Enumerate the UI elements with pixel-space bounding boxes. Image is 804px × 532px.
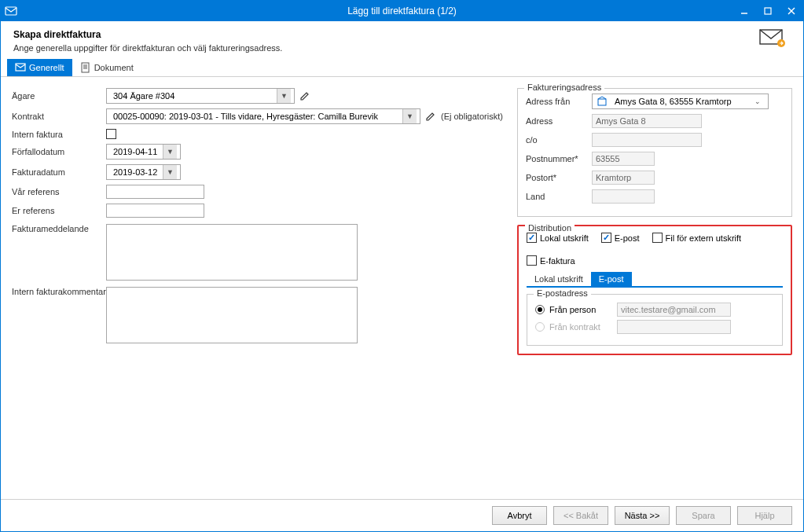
distribution-subtabs: Lokal utskrift E-post <box>527 272 783 288</box>
contract-edit-button[interactable] <box>424 109 438 123</box>
file-external-checkbox[interactable]: Fil för extern utskrift <box>652 233 742 243</box>
your-ref-input[interactable] <box>106 204 204 218</box>
local-print-checkbox[interactable]: Lokal utskrift <box>527 233 589 243</box>
subtab-epost[interactable]: E-post <box>591 272 632 286</box>
tab-generellt-label: Generellt <box>29 63 64 72</box>
owner-edit-button[interactable] <box>298 89 312 103</box>
efaktura-checkbox[interactable]: E-faktura <box>527 255 575 266</box>
chevron-down-icon: ⌄ <box>751 94 765 108</box>
adress-label: Adress <box>526 116 592 126</box>
internal-invoice-checkbox[interactable] <box>106 129 116 139</box>
invoice-date-picker[interactable]: 2019-03-12 ▼ <box>106 164 181 180</box>
postort-value: Kramtorp <box>592 171 655 185</box>
from-contract-email <box>617 320 731 334</box>
mail-icon <box>15 62 26 73</box>
svg-rect-0 <box>6 7 17 15</box>
help-button[interactable]: Hjälp <box>737 506 792 525</box>
address-icon <box>596 95 608 108</box>
from-person-label: Från person <box>549 305 612 314</box>
adress-value: Amys Gata 8 <box>592 114 702 128</box>
invoice-message-textarea[interactable] <box>106 224 358 281</box>
tab-dokument-label: Dokument <box>94 63 134 72</box>
titlebar: Lägg till direktfaktura (1/2) <box>1 1 803 21</box>
land-label: Land <box>526 192 592 201</box>
address-from-label: Adress från <box>526 97 592 106</box>
invoice-date-value: 2019-03-12 <box>110 167 163 177</box>
your-ref-label: Er referens <box>12 206 106 215</box>
page-subtitle: Ange generella uppgifter för direktfaktu… <box>13 43 759 53</box>
due-date-picker[interactable]: 2019-04-11 ▼ <box>106 144 181 160</box>
from-contract-radio: Från kontrakt <box>535 320 774 334</box>
due-date-value: 2019-04-11 <box>110 147 163 156</box>
epost-checkbox[interactable]: E-post <box>601 233 640 243</box>
back-button[interactable]: << Bakåt <box>553 506 608 525</box>
contract-value: 00025-00090: 2019-03-01 - Tills vidare, … <box>110 112 402 121</box>
radio-dot-icon <box>535 322 545 332</box>
billing-address-legend: Faktureringsadress <box>524 83 604 92</box>
from-person-radio[interactable]: Från person <box>535 303 774 317</box>
main-tabs: Generellt Dokument <box>1 59 803 77</box>
save-button[interactable]: Spara <box>676 506 731 525</box>
close-button[interactable] <box>780 1 803 21</box>
window-title: Lägg till direktfaktura (1/2) <box>1 6 803 17</box>
svg-rect-12 <box>598 99 606 105</box>
epost-label: E-post <box>615 233 640 243</box>
app-icon <box>1 6 21 17</box>
maximize-button[interactable] <box>756 1 780 21</box>
our-ref-label: Vår referens <box>12 187 106 196</box>
postnr-label: Postnummer* <box>526 154 592 163</box>
internal-invoice-label: Intern faktura <box>12 130 106 139</box>
radio-dot-icon <box>535 305 545 314</box>
postnr-value: 63555 <box>592 152 655 166</box>
right-column: Faktureringsadress Adress från Amys Gata… <box>517 88 792 499</box>
tab-dokument[interactable]: Dokument <box>72 59 141 76</box>
subtab-local-print[interactable]: Lokal utskrift <box>527 272 591 286</box>
dialog-window: Lägg till direktfaktura (1/2) Skapa dire… <box>0 0 804 532</box>
file-external-label: Fil för extern utskrift <box>666 233 742 243</box>
invoice-message-label: Fakturameddelande <box>12 224 106 233</box>
internal-comment-label: Intern fakturakommentar <box>12 287 106 296</box>
co-value <box>592 133 702 147</box>
svg-rect-8 <box>82 63 89 72</box>
distribution-checkboxes: Lokal utskrift E-post Fil för extern uts… <box>527 233 783 266</box>
contract-label: Kontrakt <box>12 112 106 121</box>
contract-optional-note: (Ej obligatoriskt) <box>441 112 503 121</box>
owner-value: 304 Ägare #304 <box>110 91 277 101</box>
svg-rect-2 <box>765 8 771 14</box>
chevron-down-icon: ▼ <box>277 89 291 103</box>
from-contract-label: Från kontrakt <box>549 322 612 332</box>
epost-address-group: E-postadress Från person Från kontrakt <box>527 294 783 346</box>
due-date-label: Förfallodatum <box>12 147 106 156</box>
chevron-down-icon: ▼ <box>402 109 417 123</box>
owner-label: Ägare <box>12 91 106 101</box>
contract-dropdown[interactable]: 00025-00090: 2019-03-01 - Tills vidare, … <box>106 108 420 124</box>
distribution-legend: Distribution <box>525 223 575 233</box>
content: Ägare 304 Ägare #304 ▼ Kontrakt 00025-00… <box>1 77 803 499</box>
invoice-date-label: Fakturadatum <box>12 167 106 177</box>
next-button[interactable]: Nästa >> <box>615 506 670 525</box>
footer: Avbryt << Bakåt Nästa >> Spara Hjälp <box>1 499 803 531</box>
document-icon <box>80 62 91 73</box>
left-column: Ägare 304 Ägare #304 ▼ Kontrakt 00025-00… <box>12 88 503 499</box>
co-label: c/o <box>526 135 592 145</box>
page-title: Skapa direktfaktura <box>13 29 759 40</box>
address-from-dropdown[interactable]: Amys Gata 8, 63555 Kramtorp ⌄ <box>592 94 769 109</box>
distribution-group: Distribution Lokal utskrift E-post Fil f… <box>519 226 791 354</box>
tab-generellt[interactable]: Generellt <box>7 59 72 76</box>
owner-dropdown[interactable]: 304 Ägare #304 ▼ <box>106 88 295 104</box>
our-ref-input[interactable] <box>106 185 204 199</box>
minimize-button[interactable] <box>732 1 756 21</box>
header: Skapa direktfaktura Ange generella uppgi… <box>1 21 803 59</box>
window-controls <box>732 1 803 21</box>
efaktura-label: E-faktura <box>540 256 575 266</box>
from-person-email <box>617 303 731 317</box>
cancel-button[interactable]: Avbryt <box>492 506 547 525</box>
local-print-label: Lokal utskrift <box>540 233 589 243</box>
header-mail-icon <box>759 29 791 51</box>
billing-address-group: Faktureringsadress Adress från Amys Gata… <box>517 88 792 217</box>
postort-label: Postort* <box>526 173 592 182</box>
epost-address-legend: E-postadress <box>534 288 591 298</box>
internal-comment-textarea[interactable] <box>106 287 358 343</box>
land-value <box>592 189 655 204</box>
distribution-highlight: Distribution Lokal utskrift E-post Fil f… <box>517 225 792 355</box>
